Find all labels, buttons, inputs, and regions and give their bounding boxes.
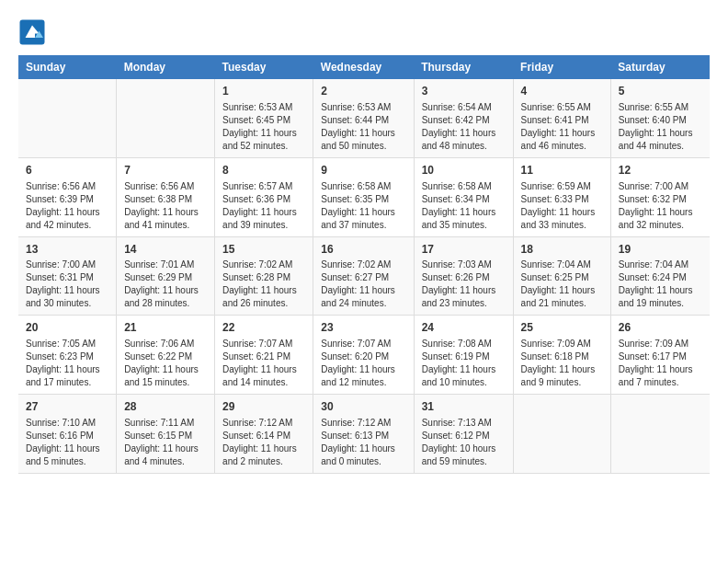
day-number: 21 — [124, 320, 207, 336]
day-info: Sunrise: 6:55 AM Sunset: 6:40 PM Dayligh… — [619, 101, 702, 153]
day-info: Sunrise: 6:53 AM Sunset: 6:44 PM Dayligh… — [321, 101, 405, 153]
calendar-cell — [117, 79, 215, 157]
calendar-cell: 7Sunrise: 6:56 AM Sunset: 6:38 PM Daylig… — [117, 157, 215, 236]
calendar-cell: 28Sunrise: 7:11 AM Sunset: 6:15 PM Dayli… — [117, 395, 215, 474]
header-friday: Friday — [513, 55, 610, 79]
calendar-cell: 26Sunrise: 7:09 AM Sunset: 6:17 PM Dayli… — [610, 316, 710, 395]
day-info: Sunrise: 6:57 AM Sunset: 6:36 PM Dayligh… — [222, 180, 305, 232]
day-number: 2 — [321, 84, 405, 99]
calendar-cell: 3Sunrise: 6:54 AM Sunset: 6:42 PM Daylig… — [414, 79, 513, 157]
day-info: Sunrise: 6:55 AM Sunset: 6:41 PM Dayligh… — [521, 101, 603, 153]
day-number: 28 — [124, 399, 207, 415]
calendar-body: 1Sunrise: 6:53 AM Sunset: 6:45 PM Daylig… — [18, 79, 710, 473]
calendar-cell: 10Sunrise: 6:58 AM Sunset: 6:34 PM Dayli… — [414, 157, 513, 236]
day-info: Sunrise: 7:07 AM Sunset: 6:21 PM Dayligh… — [222, 338, 305, 389]
day-number: 18 — [521, 242, 603, 258]
day-number: 11 — [521, 163, 603, 178]
day-info: Sunrise: 7:00 AM Sunset: 6:31 PM Dayligh… — [26, 259, 108, 310]
calendar-cell: 30Sunrise: 7:12 AM Sunset: 6:13 PM Dayli… — [313, 395, 414, 474]
day-number: 17 — [422, 242, 506, 258]
page-header — [18, 18, 710, 46]
day-info: Sunrise: 7:12 AM Sunset: 6:13 PM Dayligh… — [321, 417, 405, 468]
day-info: Sunrise: 6:54 AM Sunset: 6:42 PM Dayligh… — [422, 101, 506, 153]
day-number: 6 — [26, 163, 108, 178]
calendar-cell: 8Sunrise: 6:57 AM Sunset: 6:36 PM Daylig… — [215, 157, 313, 236]
calendar-cell — [513, 395, 610, 474]
header-saturday: Saturday — [610, 55, 710, 79]
day-info: Sunrise: 7:00 AM Sunset: 6:32 PM Dayligh… — [619, 180, 702, 232]
week-row-2: 6Sunrise: 6:56 AM Sunset: 6:39 PM Daylig… — [18, 157, 710, 236]
calendar-table: SundayMondayTuesdayWednesdayThursdayFrid… — [18, 55, 710, 474]
calendar-cell: 13Sunrise: 7:00 AM Sunset: 6:31 PM Dayli… — [18, 236, 117, 316]
header-sunday: Sunday — [18, 55, 117, 79]
day-info: Sunrise: 7:03 AM Sunset: 6:26 PM Dayligh… — [422, 259, 506, 310]
calendar-cell: 11Sunrise: 6:59 AM Sunset: 6:33 PM Dayli… — [513, 157, 610, 236]
day-number: 27 — [26, 399, 108, 415]
day-info: Sunrise: 7:04 AM Sunset: 6:24 PM Dayligh… — [619, 259, 702, 310]
week-row-3: 13Sunrise: 7:00 AM Sunset: 6:31 PM Dayli… — [18, 236, 710, 316]
calendar-cell: 25Sunrise: 7:09 AM Sunset: 6:18 PM Dayli… — [513, 316, 610, 395]
day-number: 15 — [222, 242, 305, 258]
day-number: 13 — [26, 242, 108, 258]
day-info: Sunrise: 6:59 AM Sunset: 6:33 PM Dayligh… — [521, 180, 603, 232]
day-number: 14 — [124, 242, 207, 258]
day-info: Sunrise: 7:13 AM Sunset: 6:12 PM Dayligh… — [422, 417, 506, 468]
day-info: Sunrise: 7:01 AM Sunset: 6:29 PM Dayligh… — [124, 259, 207, 310]
day-info: Sunrise: 7:09 AM Sunset: 6:17 PM Dayligh… — [619, 338, 702, 389]
calendar-cell: 18Sunrise: 7:04 AM Sunset: 6:25 PM Dayli… — [513, 236, 610, 316]
calendar-cell: 14Sunrise: 7:01 AM Sunset: 6:29 PM Dayli… — [117, 236, 215, 316]
day-info: Sunrise: 7:05 AM Sunset: 6:23 PM Dayligh… — [26, 338, 108, 389]
day-number: 25 — [521, 320, 603, 336]
logo-icon — [18, 18, 46, 46]
day-info: Sunrise: 7:11 AM Sunset: 6:15 PM Dayligh… — [124, 417, 207, 468]
calendar-cell: 16Sunrise: 7:02 AM Sunset: 6:27 PM Dayli… — [313, 236, 414, 316]
calendar-header: SundayMondayTuesdayWednesdayThursdayFrid… — [18, 55, 710, 79]
day-number: 31 — [422, 399, 506, 415]
day-number: 1 — [222, 84, 305, 99]
day-number: 22 — [222, 320, 305, 336]
calendar-cell: 9Sunrise: 6:58 AM Sunset: 6:35 PM Daylig… — [313, 157, 414, 236]
day-info: Sunrise: 7:02 AM Sunset: 6:28 PM Dayligh… — [222, 259, 305, 310]
day-number: 10 — [422, 163, 506, 178]
day-number: 3 — [422, 84, 506, 99]
day-info: Sunrise: 6:58 AM Sunset: 6:35 PM Dayligh… — [321, 180, 405, 232]
day-number: 24 — [422, 320, 506, 336]
day-info: Sunrise: 7:04 AM Sunset: 6:25 PM Dayligh… — [521, 259, 603, 310]
day-info: Sunrise: 7:09 AM Sunset: 6:18 PM Dayligh… — [521, 338, 603, 389]
day-info: Sunrise: 7:10 AM Sunset: 6:16 PM Dayligh… — [26, 417, 108, 468]
calendar-cell: 17Sunrise: 7:03 AM Sunset: 6:26 PM Dayli… — [414, 236, 513, 316]
header-row: SundayMondayTuesdayWednesdayThursdayFrid… — [18, 55, 710, 79]
calendar-cell: 21Sunrise: 7:06 AM Sunset: 6:22 PM Dayli… — [117, 316, 215, 395]
day-info: Sunrise: 7:12 AM Sunset: 6:14 PM Dayligh… — [222, 417, 305, 468]
day-info: Sunrise: 7:06 AM Sunset: 6:22 PM Dayligh… — [124, 338, 207, 389]
day-number: 30 — [321, 399, 405, 415]
week-row-4: 20Sunrise: 7:05 AM Sunset: 6:23 PM Dayli… — [18, 316, 710, 395]
calendar-cell: 22Sunrise: 7:07 AM Sunset: 6:21 PM Dayli… — [215, 316, 313, 395]
calendar-cell: 12Sunrise: 7:00 AM Sunset: 6:32 PM Dayli… — [610, 157, 710, 236]
calendar-cell: 20Sunrise: 7:05 AM Sunset: 6:23 PM Dayli… — [18, 316, 117, 395]
day-number: 4 — [521, 84, 603, 99]
day-number: 20 — [26, 320, 108, 336]
week-row-1: 1Sunrise: 6:53 AM Sunset: 6:45 PM Daylig… — [18, 79, 710, 157]
calendar-cell: 31Sunrise: 7:13 AM Sunset: 6:12 PM Dayli… — [414, 395, 513, 474]
calendar-cell: 5Sunrise: 6:55 AM Sunset: 6:40 PM Daylig… — [610, 79, 710, 157]
day-number: 9 — [321, 163, 405, 178]
day-number: 12 — [619, 163, 702, 178]
calendar-cell: 29Sunrise: 7:12 AM Sunset: 6:14 PM Dayli… — [215, 395, 313, 474]
header-thursday: Thursday — [414, 55, 513, 79]
calendar-cell: 1Sunrise: 6:53 AM Sunset: 6:45 PM Daylig… — [215, 79, 313, 157]
calendar-cell: 24Sunrise: 7:08 AM Sunset: 6:19 PM Dayli… — [414, 316, 513, 395]
day-number: 29 — [222, 399, 305, 415]
day-info: Sunrise: 6:58 AM Sunset: 6:34 PM Dayligh… — [422, 180, 506, 232]
day-info: Sunrise: 6:56 AM Sunset: 6:38 PM Dayligh… — [124, 180, 207, 232]
calendar-cell — [18, 79, 117, 157]
calendar-cell: 4Sunrise: 6:55 AM Sunset: 6:41 PM Daylig… — [513, 79, 610, 157]
day-number: 7 — [124, 163, 207, 178]
header-monday: Monday — [117, 55, 215, 79]
calendar-cell: 27Sunrise: 7:10 AM Sunset: 6:16 PM Dayli… — [18, 395, 117, 474]
calendar-cell: 19Sunrise: 7:04 AM Sunset: 6:24 PM Dayli… — [610, 236, 710, 316]
header-tuesday: Tuesday — [215, 55, 313, 79]
week-row-5: 27Sunrise: 7:10 AM Sunset: 6:16 PM Dayli… — [18, 395, 710, 474]
day-number: 8 — [222, 163, 305, 178]
calendar-cell — [610, 395, 710, 474]
